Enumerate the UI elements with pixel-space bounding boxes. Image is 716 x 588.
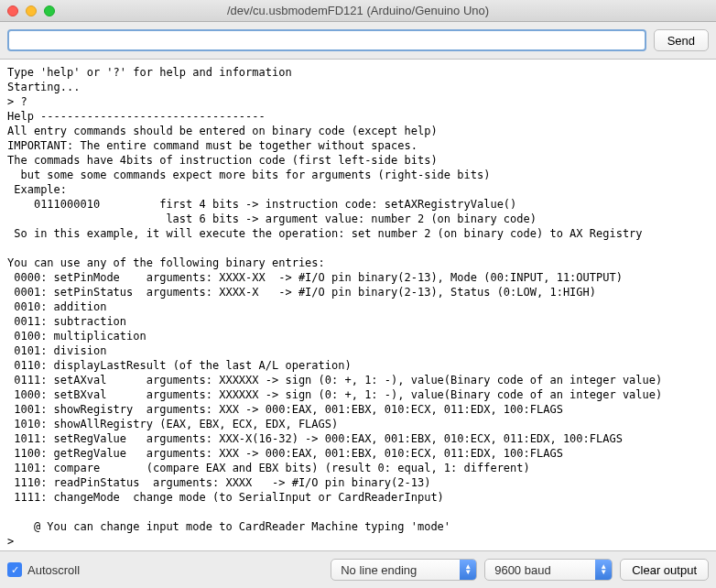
- bottom-toolbar: ✓ Autoscroll No line ending ▲▼ 9600 baud…: [0, 550, 716, 588]
- window-titlebar: /dev/cu.usbmodemFD121 (Arduino/Genuino U…: [0, 0, 716, 22]
- serial-console[interactable]: Type 'help' or '?' for help and informat…: [0, 60, 716, 550]
- baud-select[interactable]: 9600 baud ▲▼: [484, 559, 613, 581]
- window-controls: [7, 5, 55, 16]
- serial-input[interactable]: [7, 29, 646, 51]
- checkmark-icon: ✓: [7, 562, 22, 577]
- line-ending-label: No line ending: [331, 563, 460, 577]
- close-icon[interactable]: [7, 5, 18, 16]
- minimize-icon[interactable]: [26, 5, 37, 16]
- maximize-icon[interactable]: [44, 5, 55, 16]
- baud-label: 9600 baud: [485, 563, 595, 577]
- line-ending-select[interactable]: No line ending ▲▼: [331, 559, 477, 581]
- window-title: /dev/cu.usbmodemFD121 (Arduino/Genuino U…: [7, 4, 709, 17]
- clear-output-button[interactable]: Clear output: [620, 559, 709, 581]
- input-toolbar: Send: [0, 22, 716, 60]
- chevron-updown-icon: ▲▼: [595, 560, 612, 580]
- autoscroll-checkbox[interactable]: ✓ Autoscroll: [7, 562, 80, 577]
- send-button[interactable]: Send: [654, 29, 709, 51]
- chevron-updown-icon: ▲▼: [460, 560, 476, 580]
- autoscroll-label: Autoscroll: [27, 563, 80, 577]
